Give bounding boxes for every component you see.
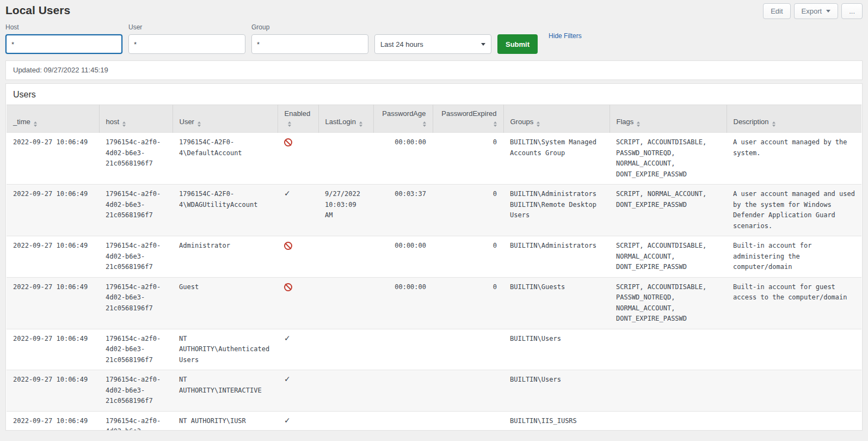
cell-groups[interactable]: BUILTIN\Users (503, 329, 610, 370)
group-filter-input[interactable] (251, 34, 368, 54)
cell-description[interactable]: Built-in account for administering the c… (727, 236, 861, 278)
cell-password_age[interactable]: 00:00:00 (373, 277, 433, 329)
cell-enabled[interactable] (278, 236, 318, 278)
sort-icon (359, 121, 362, 127)
filter-bar: Host User Group Last 24 hours Submit Hid… (5, 23, 863, 54)
cell-time[interactable]: 2022-09-27 10:06:49 (7, 185, 99, 236)
cell-password_age[interactable] (373, 411, 433, 431)
enabled-check-icon: ✓ (284, 334, 291, 342)
cell-password_expired[interactable] (433, 411, 503, 431)
cell-password_expired[interactable] (433, 370, 503, 412)
cell-time[interactable]: 2022-09-27 10:06:49 (7, 411, 99, 431)
more-button[interactable]: ... (841, 3, 863, 19)
cell-groups[interactable]: BUILTIN\Guests (503, 277, 610, 329)
cell-enabled[interactable]: ✓ (278, 370, 318, 412)
cell-user[interactable]: 1796154C-A2F0-4\DefaultAccount (173, 133, 278, 185)
cell-flags[interactable] (610, 370, 727, 412)
cell-flags[interactable]: SCRIPT, ACCOUNTDISABLE, NORMAL_ACCOUNT, … (610, 236, 727, 278)
host-filter-input[interactable] (5, 34, 122, 54)
cell-flags[interactable] (610, 411, 727, 431)
cell-description[interactable] (727, 411, 861, 431)
cell-description[interactable] (727, 329, 861, 370)
cell-host[interactable]: 1796154c-a2f0-4d02-b6e3-21c0568196f7 (99, 236, 173, 278)
hide-filters-link[interactable]: Hide Filters (549, 32, 582, 40)
column-header-label: Description (734, 118, 769, 126)
cell-time[interactable]: 2022-09-27 10:06:49 (7, 277, 99, 329)
cell-host[interactable]: 1796154c-a2f0-4d02-b6e3-21c0568196f7 (99, 185, 173, 236)
cell-groups[interactable]: BUILTIN\Administrators BUILTIN\Remote De… (503, 185, 610, 236)
cell-user[interactable]: NT AUTHORITY\Authenticated Users (173, 329, 278, 370)
cell-enabled[interactable]: ✓ (278, 329, 318, 370)
cell-password_age[interactable] (373, 329, 433, 370)
user-filter: User (128, 23, 245, 54)
cell-enabled[interactable] (278, 133, 318, 185)
cell-password_expired[interactable]: 0 (433, 236, 503, 278)
column-header-lastlogin[interactable]: LastLogin (318, 105, 373, 133)
cell-user[interactable]: 1796154C-A2F0-4\WDAGUtilityAccount (173, 185, 278, 236)
cell-host[interactable]: 1796154c-a2f0-4d02-b6e3-21c0568196f7 (99, 329, 173, 370)
users-panel-title: Users (6, 84, 862, 105)
cell-description[interactable]: A user account managed and used by the s… (727, 185, 861, 236)
column-header-description[interactable]: Description (727, 105, 861, 133)
cell-enabled[interactable]: ✓ (278, 411, 318, 431)
cell-groups[interactable]: BUILTIN\IIS_IUSRS (503, 411, 610, 431)
column-header-groups[interactable]: Groups (503, 105, 610, 133)
cell-password_age[interactable]: 00:00:00 (373, 133, 433, 185)
cell-lastlogin[interactable]: 9/27/2022 10:03:09 AM (318, 185, 373, 236)
cell-password_age[interactable]: 00:03:37 (373, 185, 433, 236)
cell-time[interactable]: 2022-09-27 10:06:49 (7, 370, 99, 412)
cell-lastlogin[interactable] (318, 236, 373, 278)
cell-flags[interactable] (610, 329, 727, 370)
cell-host[interactable]: 1796154c-a2f0-4d02-b6e3-21c0568196f7 (99, 411, 173, 431)
column-header-user[interactable]: User (173, 105, 278, 133)
cell-description[interactable]: Built-in account for guest access to the… (727, 277, 861, 329)
cell-time[interactable]: 2022-09-27 10:06:49 (7, 329, 99, 370)
cell-host[interactable]: 1796154c-a2f0-4d02-b6e3-21c0568196f7 (99, 277, 173, 329)
user-filter-input[interactable] (128, 34, 245, 54)
column-header-time[interactable]: _time (7, 105, 99, 133)
cell-groups[interactable]: BUILTIN\System Managed Accounts Group (503, 133, 610, 185)
edit-button[interactable]: Edit (763, 3, 790, 19)
enabled-check-icon: ✓ (284, 375, 291, 383)
cell-host[interactable]: 1796154c-a2f0-4d02-b6e3-21c0568196f7 (99, 370, 173, 412)
cell-groups[interactable]: BUILTIN\Administrators (503, 236, 610, 278)
cell-password_expired[interactable] (433, 329, 503, 370)
cell-lastlogin[interactable] (318, 277, 373, 329)
cell-user[interactable]: NT AUTHORITY\INTERACTIVE (173, 370, 278, 412)
cell-user[interactable]: Administrator (173, 236, 278, 278)
cell-lastlogin[interactable] (318, 329, 373, 370)
cell-description[interactable] (727, 370, 861, 412)
cell-lastlogin[interactable] (318, 133, 373, 185)
cell-time[interactable]: 2022-09-27 10:06:49 (7, 236, 99, 278)
cell-groups[interactable]: BUILTIN\Users (503, 370, 610, 412)
cell-enabled[interactable]: ✓ (278, 185, 318, 236)
cell-flags[interactable]: SCRIPT, NORMAL_ACCOUNT, DONT_EXPIRE_PASS… (610, 185, 727, 236)
sort-icon (537, 121, 540, 127)
submit-button[interactable]: Submit (497, 34, 538, 54)
column-header-flags[interactable]: Flags (610, 105, 727, 133)
host-filter-label: Host (5, 23, 122, 31)
host-filter: Host (5, 23, 122, 54)
column-header-host[interactable]: host (99, 105, 173, 133)
column-header-password_age[interactable]: PasswordAge (373, 105, 433, 133)
cell-host[interactable]: 1796154c-a2f0-4d02-b6e3-21c0568196f7 (99, 133, 173, 185)
cell-enabled[interactable] (278, 277, 318, 329)
cell-password_expired[interactable]: 0 (433, 277, 503, 329)
time-range-select[interactable]: Last 24 hours (374, 34, 491, 54)
cell-password_age[interactable] (373, 370, 433, 412)
column-header-password_expired[interactable]: PasswordExpired (433, 105, 503, 133)
cell-user[interactable]: NT AUTHORITY\IUSR (173, 411, 278, 431)
cell-lastlogin[interactable] (318, 411, 373, 431)
cell-flags[interactable]: SCRIPT, ACCOUNTDISABLE, PASSWD_NOTREQD, … (610, 133, 727, 185)
cell-password_expired[interactable]: 0 (433, 133, 503, 185)
cell-flags[interactable]: SCRIPT, ACCOUNTDISABLE, PASSWD_NOTREQD, … (610, 277, 727, 329)
cell-user[interactable]: Guest (173, 277, 278, 329)
cell-password_age[interactable]: 00:00:00 (373, 236, 433, 278)
column-header-enabled[interactable]: Enabled (278, 105, 318, 133)
export-button[interactable]: Export (794, 3, 839, 19)
cell-lastlogin[interactable] (318, 370, 373, 412)
cell-time[interactable]: 2022-09-27 10:06:49 (7, 133, 99, 185)
sort-icon (34, 121, 37, 127)
cell-password_expired[interactable]: 0 (433, 185, 503, 236)
cell-description[interactable]: A user account managed by the system. (727, 133, 861, 185)
